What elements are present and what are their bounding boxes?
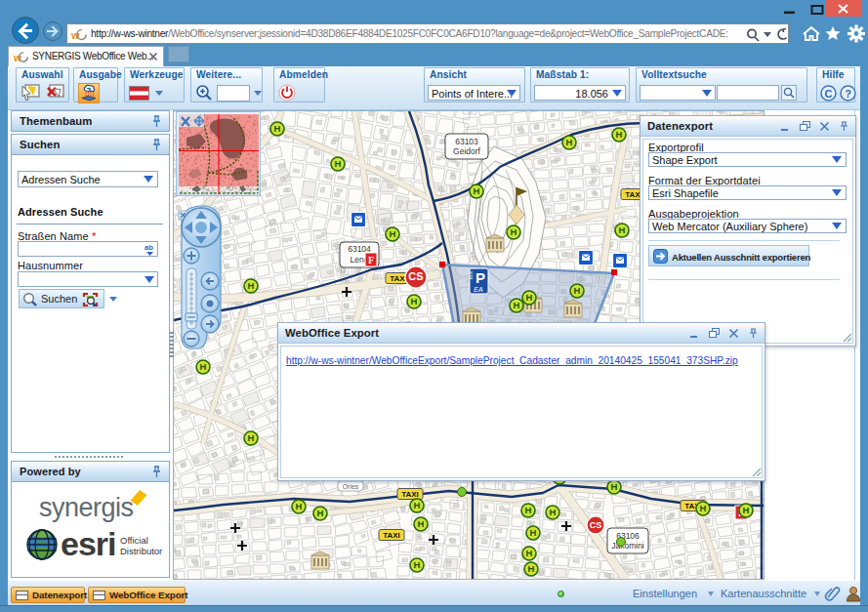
svg-text:H: H <box>743 505 750 515</box>
svg-text:H: H <box>530 527 537 538</box>
svg-text:BUS: BUS <box>469 270 474 279</box>
svg-text:H: H <box>619 224 626 235</box>
svg-text:H: H <box>296 501 303 511</box>
svg-text:H: H <box>514 300 520 310</box>
svg-text:Ories: Ories <box>343 483 359 490</box>
svg-text:H: H <box>474 185 480 196</box>
svg-text:H: H <box>418 518 425 529</box>
svg-text:H: H <box>550 507 557 517</box>
svg-text:C: C <box>825 87 833 99</box>
svg-text:Geidorf: Geidorf <box>453 146 481 156</box>
svg-text:ab: ab <box>145 243 153 252</box>
svg-text:H: H <box>528 563 535 574</box>
svg-text:H: H <box>616 129 623 140</box>
svg-text:TAXI: TAXI <box>383 531 400 540</box>
svg-text:H: H <box>525 505 532 515</box>
svg-text:H: H <box>274 123 281 134</box>
svg-text:H: H <box>248 432 255 443</box>
svg-text:EA: EA <box>474 286 483 293</box>
svg-text:H: H <box>411 296 418 306</box>
svg-text:H: H <box>200 361 207 372</box>
svg-text:TAXI: TAXI <box>401 490 419 499</box>
svg-text:esri: esri <box>61 527 116 562</box>
svg-text:TAXI: TAXI <box>390 274 407 283</box>
svg-text:H: H <box>414 500 421 510</box>
svg-text:H: H <box>414 559 421 570</box>
svg-text:CS: CS <box>590 520 602 530</box>
svg-text:H: H <box>574 285 581 296</box>
svg-text:F: F <box>368 255 374 265</box>
svg-text:H: H <box>611 481 618 492</box>
svg-text:H: H <box>700 503 707 513</box>
svg-text:H: H <box>248 280 255 291</box>
svg-text:H: H <box>317 508 324 518</box>
svg-text:?: ? <box>845 87 851 99</box>
svg-text:H: H <box>511 226 517 237</box>
svg-text:Official: Official <box>120 535 148 546</box>
svg-text:P: P <box>475 269 485 286</box>
svg-text:CS: CS <box>408 270 423 282</box>
svg-text:H: H <box>566 137 573 147</box>
svg-text:63103: 63103 <box>455 137 478 146</box>
svg-text:Distributor: Distributor <box>120 546 162 556</box>
svg-text:H: H <box>526 292 533 303</box>
svg-text:H: H <box>390 228 396 239</box>
svg-text:H: H <box>526 548 533 558</box>
svg-text:H: H <box>335 158 342 169</box>
